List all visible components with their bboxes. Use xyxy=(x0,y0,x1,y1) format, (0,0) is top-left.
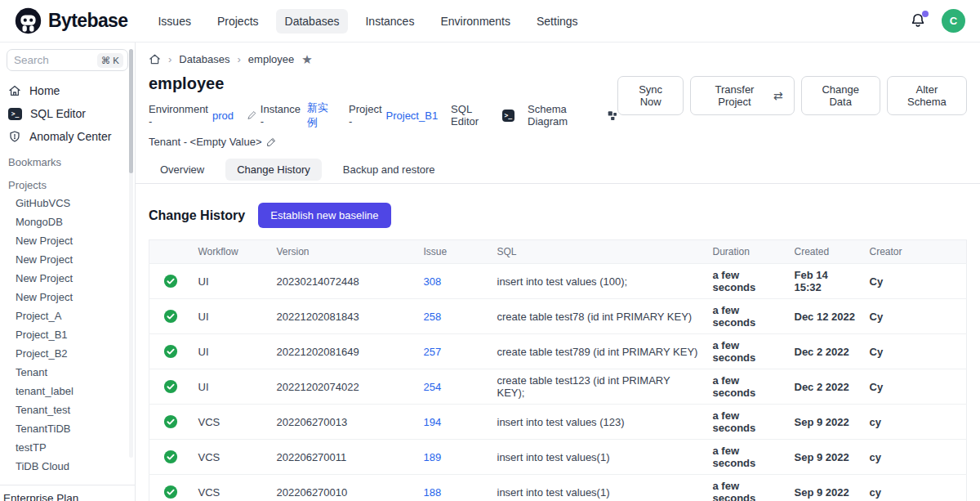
search-box[interactable]: ⌘ K xyxy=(7,49,128,71)
sidebar-project-new-project[interactable]: New Project xyxy=(0,288,135,306)
cell-workflow: UI xyxy=(192,264,270,299)
search-input[interactable] xyxy=(14,54,78,66)
bytebase-logo-icon xyxy=(15,7,42,34)
page-header: employee Environment - prod Instance - 新… xyxy=(149,65,967,148)
cell-sql: insert into test values (100); xyxy=(491,264,706,299)
cell-status xyxy=(149,299,192,334)
sidebar-project-new-project[interactable]: New Project xyxy=(0,250,135,269)
sidebar-project-tenant-label[interactable]: tenant_label xyxy=(0,382,135,400)
sidebar-project-tidb-cloud[interactable]: TiDB Cloud xyxy=(0,457,135,476)
sidebar-item-home[interactable]: Home xyxy=(0,79,135,102)
table-row[interactable]: UI20221202081649257create table test789 … xyxy=(149,334,967,369)
cell-sql: create table test123 (id int PRIMARY KEY… xyxy=(491,369,706,405)
sidebar-project-tenanttidb[interactable]: TenantTiDB xyxy=(0,419,135,438)
sync-now-button[interactable]: Sync Now xyxy=(617,76,684,115)
cell-creator: Cy xyxy=(863,299,967,334)
cell-status xyxy=(149,405,192,440)
cell-duration: a few seconds xyxy=(706,264,788,299)
tab-backup-and-restore[interactable]: Backup and restore xyxy=(332,159,447,181)
tabs: OverviewChange HistoryBackup and restore xyxy=(149,159,967,181)
table-header-row: WorkflowVersionIssueSQLDurationCreatedCr… xyxy=(149,240,967,264)
sidebar-project-githubvcs[interactable]: GitHubVCS xyxy=(0,194,135,212)
issue-link[interactable]: 258 xyxy=(424,311,442,323)
cell-status xyxy=(149,334,192,369)
nav-item-databases[interactable]: Databases xyxy=(276,9,349,34)
sidebar-project-project-b1[interactable]: Project_B1 xyxy=(0,325,135,344)
environment-link[interactable]: prod xyxy=(212,110,234,122)
sidebar-project-mongodb[interactable]: MongoDB xyxy=(0,212,135,231)
sidebar-item-anomaly-center[interactable]: Anomaly Center xyxy=(0,125,135,148)
success-check-icon xyxy=(163,450,178,464)
cell-issue: 257 xyxy=(417,334,491,369)
breadcrumb-employee[interactable]: employee xyxy=(248,53,294,65)
nav-item-issues[interactable]: Issues xyxy=(149,9,199,34)
topbar: Bytebase IssuesProjectsDatabasesInstance… xyxy=(0,0,980,42)
sidebar-scrollbar-thumb[interactable] xyxy=(129,49,133,173)
table-row[interactable]: VCS202206270013194insert into test value… xyxy=(149,405,967,440)
cell-duration: a few seconds xyxy=(706,299,788,334)
sidebar-item-sql-editor[interactable]: >_ SQL Editor xyxy=(0,102,135,125)
cell-workflow: VCS xyxy=(192,475,270,501)
alter-schema-button[interactable]: Alter Schema xyxy=(887,76,967,115)
change-data-button[interactable]: Change Data xyxy=(801,76,880,115)
cell-duration: a few seconds xyxy=(706,369,788,405)
avatar[interactable]: C xyxy=(942,9,965,33)
cell-duration: a few seconds xyxy=(706,334,788,369)
tenant-meta: Tenant - <Empty Value> xyxy=(149,136,277,148)
bookmark-star-icon[interactable]: ★ xyxy=(301,53,312,65)
establish-baseline-button[interactable]: Establish new baseline xyxy=(258,203,390,228)
cell-issue: 254 xyxy=(417,369,491,405)
column-header-sql: SQL xyxy=(491,240,706,264)
schema-diagram-meta[interactable]: Schema Diagram xyxy=(528,103,617,127)
tab-change-history[interactable]: Change History xyxy=(225,159,322,181)
issue-link[interactable]: 194 xyxy=(424,416,442,428)
transfer-project-button[interactable]: Transfer Project⇄ xyxy=(690,76,795,115)
sidebar-project-tenant-test[interactable]: Tenant_test xyxy=(0,400,135,419)
project-link[interactable]: Project_B1 xyxy=(386,110,439,122)
sidebar: ⌘ K Home >_ SQL Editor Anomaly Center Bo… xyxy=(0,42,136,501)
chevron-right-icon: › xyxy=(168,53,172,65)
table-row[interactable]: UI20221202074022254create table test123 … xyxy=(149,369,967,405)
environment-meta: Environment - prod xyxy=(149,103,234,127)
column-header-issue: Issue xyxy=(417,240,491,264)
topbar-right: C xyxy=(909,9,965,33)
issue-link[interactable]: 308 xyxy=(424,275,442,288)
issue-link[interactable]: 254 xyxy=(424,381,442,393)
nav-item-projects[interactable]: Projects xyxy=(208,9,268,34)
home-icon[interactable] xyxy=(149,53,161,65)
cell-status xyxy=(149,440,192,475)
sql-editor-meta[interactable]: SQL Editor >_ xyxy=(451,103,514,127)
sidebar-project-project-b2[interactable]: Project_B2 xyxy=(0,344,135,363)
sidebar-project-new-project[interactable]: New Project xyxy=(0,231,135,250)
cell-creator: Cy xyxy=(863,264,967,299)
table-body: UI20230214072448308insert into test valu… xyxy=(149,264,967,501)
instance-link[interactable]: 新实例 xyxy=(307,101,336,130)
issue-link[interactable]: 257 xyxy=(424,346,442,358)
breadcrumb-databases[interactable]: Databases xyxy=(179,53,229,65)
cell-workflow: UI xyxy=(192,369,270,405)
sidebar-project-project-a[interactable]: Project_A xyxy=(0,306,135,325)
cell-issue: 188 xyxy=(417,475,491,501)
table-row[interactable]: UI20221202081843258create table test78 (… xyxy=(149,299,967,334)
edit-pencil-icon[interactable] xyxy=(266,136,277,147)
nav-item-environments[interactable]: Environments xyxy=(431,9,519,34)
table-row[interactable]: VCS202206270010188insert into test value… xyxy=(149,475,967,501)
enterprise-plan[interactable]: Enterprise Plan xyxy=(0,485,135,501)
table-row[interactable]: UI20230214072448308insert into test valu… xyxy=(149,264,967,299)
section-title: Change History xyxy=(149,208,245,223)
sidebar-project-tenant[interactable]: Tenant xyxy=(0,363,135,382)
cell-sql: insert into test values(1) xyxy=(491,475,706,501)
issue-link[interactable]: 189 xyxy=(424,451,442,463)
cell-creator: cy xyxy=(863,405,967,440)
table-row[interactable]: VCS202206270011189insert into test value… xyxy=(149,440,967,475)
tab-overview[interactable]: Overview xyxy=(149,159,216,181)
nav-item-instances[interactable]: Instances xyxy=(356,9,423,34)
sidebar-project-new-project[interactable]: New Project xyxy=(0,269,135,288)
issue-link[interactable]: 188 xyxy=(424,486,442,499)
notification-bell[interactable] xyxy=(909,11,929,31)
column-header-status xyxy=(149,240,192,264)
sidebar-project-testtp[interactable]: testTP xyxy=(0,438,135,457)
nav-item-settings[interactable]: Settings xyxy=(528,9,587,34)
cell-sql: create table test789 (id int PRIMARY KEY… xyxy=(491,334,706,369)
brand-logo[interactable]: Bytebase xyxy=(15,7,127,34)
